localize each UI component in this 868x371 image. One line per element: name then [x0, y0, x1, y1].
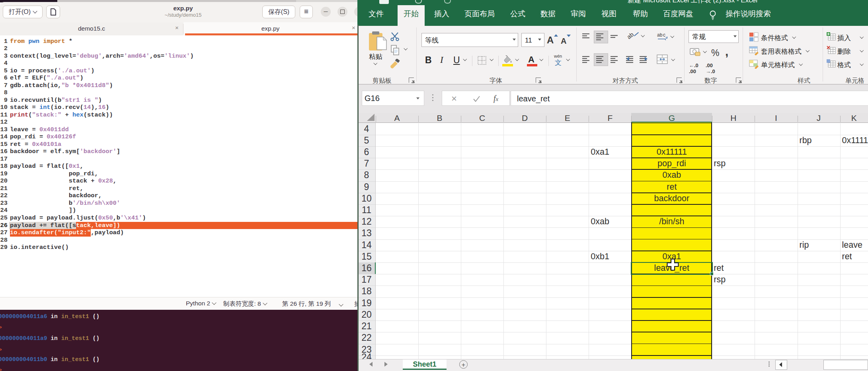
- svg-text:c: c: [663, 32, 665, 38]
- svg-text:ab: ab: [657, 32, 663, 38]
